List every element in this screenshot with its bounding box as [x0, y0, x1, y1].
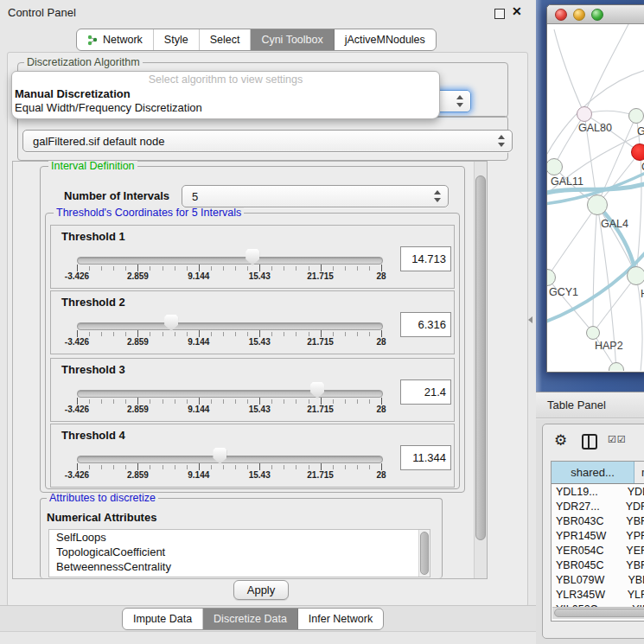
number-of-intervals-label: Number of Intervals: [64, 189, 169, 202]
attributes-scrollbar[interactable]: [418, 530, 430, 577]
control-panel-tab[interactable]: jActiveMNodules: [335, 29, 436, 50]
table-row[interactable]: YBR045C YBR0: [552, 558, 644, 572]
table-row[interactable]: YBL079W YBL0: [552, 572, 644, 587]
node-label-gal11: GAL11: [551, 175, 583, 188]
cell-shared-name[interactable]: YER054C: [552, 545, 622, 557]
tab-label: Select: [210, 34, 240, 46]
apply-button[interactable]: Apply: [233, 580, 289, 600]
float-window-icon[interactable]: [494, 9, 505, 19]
zoom-traffic-light-icon[interactable]: [591, 9, 603, 21]
network-node-partial-top-right[interactable]: [628, 108, 644, 124]
cell-shared-name[interactable]: YPR145W: [552, 530, 622, 542]
attributes-scrollbar-thumb[interactable]: [420, 532, 429, 575]
network-window-titlebar[interactable]: [547, 5, 644, 24]
node-label-gal4: GAL4: [601, 218, 628, 230]
number-of-intervals-combobox[interactable]: 5: [182, 185, 449, 207]
table-header-row: shared... na: [552, 462, 644, 484]
network-node-gal80[interactable]: [577, 106, 592, 122]
threshold-row: Threshold 1 -3.426 2.859 9.144 15.43 21.…: [50, 225, 455, 289]
vertical-scrollbar[interactable]: [474, 162, 487, 578]
node-label-gcy1: GCY1: [549, 286, 578, 298]
threshold-row: Threshold 3 -3.426 2.859 9.144 15.43 21.…: [50, 358, 455, 422]
table-panel: ⚙ ☑☑ shared... na YDL19... YDL1 YDR27...…: [542, 424, 644, 639]
node-label-partial-h: H: [641, 288, 644, 300]
table-data-value: galFiltered.sif default node: [33, 135, 164, 148]
tick-label: 28: [376, 405, 386, 414]
slider-scale: -3.426 2.859 9.144 15.43 21.715 28: [77, 398, 381, 417]
number-of-intervals-value: 5: [192, 190, 198, 203]
column-header-shared-name[interactable]: shared...: [552, 462, 634, 483]
network-node-partial-mid-right[interactable]: [627, 266, 644, 285]
cell-name[interactable]: YBR0: [622, 559, 644, 571]
table-panel-title: Table Panel: [547, 399, 606, 411]
split-panel-icon[interactable]: [582, 434, 597, 450]
column-header-name[interactable]: na: [634, 462, 644, 483]
table-data-combobox[interactable]: galFiltered.sif default node: [22, 130, 513, 152]
algorithm-option[interactable]: Equal Width/Frequency Discretization: [12, 101, 439, 115]
tab-label: Infer Network: [309, 613, 373, 625]
attribute-list-item[interactable]: SelfLoops: [49, 530, 430, 545]
cell-name[interactable]: YBL0: [623, 574, 644, 586]
table-row[interactable]: YDR27... YDR2: [552, 499, 644, 513]
attribute-list-item[interactable]: TopologicalCoefficient: [49, 545, 430, 559]
threshold-slider-track[interactable]: [77, 322, 383, 330]
cell-shared-name[interactable]: YBR045C: [552, 559, 622, 571]
select-columns-icon[interactable]: ☑☑: [608, 434, 627, 445]
threshold-slider-track[interactable]: [77, 257, 383, 265]
threshold-value-field[interactable]: 6.316: [400, 312, 451, 337]
network-node-hap2[interactable]: [586, 326, 600, 340]
control-panel-tab[interactable]: Cyni Toolbox: [251, 29, 334, 50]
cell-name[interactable]: YBR0: [622, 515, 644, 527]
threshold-label: Threshold 4: [61, 429, 125, 442]
cell-name[interactable]: YPR1: [622, 530, 644, 542]
tick-label: 15.43: [249, 337, 271, 347]
cell-name[interactable]: YDL1: [623, 486, 644, 498]
close-icon[interactable]: ✕: [512, 4, 522, 18]
horizontal-scrollbar-thumb[interactable]: [554, 609, 644, 617]
network-node-gal4[interactable]: [587, 194, 608, 215]
network-canvas[interactable]: GAL80 G C GAL11 GAL4 H GCY1 HAP2: [547, 24, 644, 371]
cell-name[interactable]: YDR2: [622, 501, 644, 513]
cell-shared-name[interactable]: YBL079W: [552, 574, 623, 586]
threshold-value-field[interactable]: 11.344: [400, 445, 451, 470]
table-row[interactable]: YLR345W YLR3: [552, 587, 644, 602]
control-panel-tab[interactable]: Network: [77, 29, 154, 50]
numerical-attributes-list: SelfLoopsTopologicalCoefficientBetweenne…: [48, 529, 430, 577]
cell-shared-name[interactable]: YDR27...: [552, 501, 622, 513]
cell-shared-name[interactable]: YDL19...: [552, 486, 623, 498]
bottom-tab[interactable]: Discretize Data: [203, 609, 298, 629]
threshold-slider-track[interactable]: [77, 456, 383, 463]
tick-label: 28: [376, 337, 386, 347]
algorithm-dropdown-popup: Select algorithm to view settings Manual…: [11, 71, 440, 119]
right-column: GAL80 G C GAL11 GAL4 H GCY1 HAP2 Table P…: [536, 0, 644, 644]
network-node-red-selected[interactable]: [631, 143, 644, 161]
threshold-row: Threshold 4 -3.426 2.859 9.144 15.43 21.…: [50, 424, 455, 488]
close-traffic-light-icon[interactable]: [555, 9, 567, 21]
threshold-value-field[interactable]: 21.4: [400, 379, 451, 405]
table-panel-area: ⚙ ☑☑ shared... na YDL19... YDL1 YDR27...…: [536, 419, 644, 644]
attribute-list-item[interactable]: BetweennessCentrality: [49, 559, 430, 574]
table-row[interactable]: YPR145W YPR1: [552, 528, 644, 543]
bottom-tab[interactable]: Infer Network: [298, 609, 383, 629]
cell-name[interactable]: YLR3: [623, 589, 644, 601]
algorithm-option[interactable]: Manual Discretization: [12, 87, 439, 101]
bottom-tab[interactable]: Impute Data: [123, 609, 203, 629]
tick-label: 2.859: [127, 271, 149, 281]
minimize-traffic-light-icon[interactable]: [573, 9, 585, 21]
cell-name[interactable]: YER0: [622, 545, 644, 557]
control-panel-tab[interactable]: Select: [200, 29, 252, 50]
tick-label: -3.426: [65, 271, 89, 281]
threshold-value-field[interactable]: 14.713: [400, 246, 451, 271]
table-panel-titlebar: Table Panel: [536, 392, 644, 418]
threshold-slider-track[interactable]: [77, 390, 383, 398]
table-row[interactable]: YER054C YER0: [552, 543, 644, 558]
cell-shared-name[interactable]: YBR043C: [552, 515, 622, 527]
vertical-scrollbar-thumb[interactable]: [475, 175, 486, 540]
horizontal-scrollbar[interactable]: [552, 607, 644, 619]
table-row[interactable]: YDL19... YDL1: [552, 484, 644, 499]
splitpane-toggle-icon[interactable]: [528, 316, 532, 323]
table-row[interactable]: YBR043C YBR0: [552, 513, 644, 528]
control-panel-tab[interactable]: Style: [154, 29, 200, 50]
cell-shared-name[interactable]: YLR345W: [552, 589, 623, 601]
gear-icon[interactable]: ⚙: [554, 431, 567, 450]
